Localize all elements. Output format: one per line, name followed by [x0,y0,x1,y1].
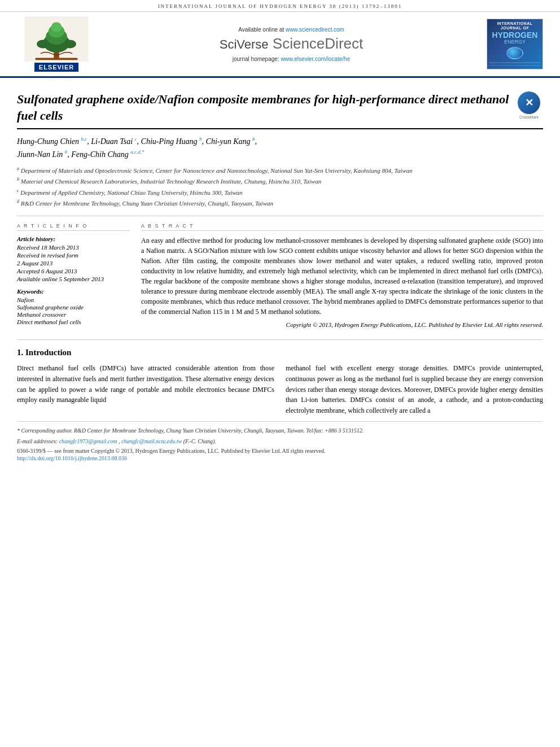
affiliations-section: a Department of Materials and Optoelectr… [17,165,543,216]
available-url[interactable]: www.sciencedirect.com [286,27,344,33]
crossmark-section: ✕ CrossMark [515,91,543,119]
article-history-label: Article history: [17,235,130,242]
cover-hydrogen: HYDROGEN [492,31,538,39]
svg-point-5 [51,22,62,32]
intro-title: Introduction [25,348,71,357]
authors-section: Hung-Chung Chien b,c, Li-Duan Tsai c, Ch… [17,129,543,165]
article-title: Sulfonated graphene oxide/Nafion composi… [17,91,509,124]
abstract-text: An easy and effective method for produci… [141,235,543,330]
corresponding-affiliation: R&D Center for Membrane Technology, Chun… [74,427,364,434]
article-content: Sulfonated graphene oxide/Nafion composi… [0,78,560,461]
intro-right-col: methanol fuel with excellent energy stor… [286,363,543,416]
crossmark-symbol: ✕ [525,97,533,109]
sciencedirect-section: Available online at www.sciencedirect.co… [102,27,481,62]
available-date: Available online 5 September 2013 [17,276,130,282]
article-info-col: A R T I C L E I N F O Article history: R… [17,223,130,333]
received-revised-label: Received in revised form [17,252,130,259]
elsevier-logo: ELSEVIER [11,16,102,72]
elsevier-tree-icon [23,16,90,62]
author-5: Jiunn-Nan Lin b [17,150,67,159]
abstract-copyright: Copyright © 2013, Hydrogen Energy Public… [141,320,543,330]
elsevier-text: ELSEVIER [34,63,78,72]
author-3: Chiu-Ping Huang b [141,137,202,146]
crossmark-icon[interactable]: ✕ [518,91,540,114]
email-label: E-mail addresses: [17,438,58,444]
affiliation-d: d R&D Center for Membrane Technology, Ch… [17,198,543,208]
issn-note: 0360-3199/$ — see front matter Copyright… [17,448,543,454]
cover-decoration-icon [489,61,540,67]
journal-header: International Journal of Hydrogen Energy… [0,0,560,12]
introduction-section: 1. Introduction Direct methanol fuel cel… [17,340,543,416]
author-4: Chi-yun Kang b [206,137,255,146]
corresponding-author-note: * Corresponding author. R&D Center for M… [17,426,543,435]
cover-circle-icon [506,47,523,59]
article-info-abstract-section: A R T I C L E I N F O Article history: R… [17,216,543,340]
available-online-text: Available online at www.sciencedirect.co… [102,27,481,33]
journal-homepage: journal homepage: www.elsevier.com/locat… [102,56,481,62]
keyword-3: Methanol crossover [17,311,130,318]
keyword-4: Direct methanol fuel cells [17,318,130,325]
sciverse-name: ScienceDirect [273,35,363,52]
article-title-section: Sulfonated graphene oxide/Nafion composi… [17,84,543,129]
introduction-header: 1. Introduction [17,348,543,357]
keyword-1: Nafion [17,296,130,303]
intro-number: 1. [17,348,23,357]
elsevier-logo-section: ELSEVIER [11,16,102,72]
accepted-date: Accepted 6 August 2013 [17,268,130,274]
affiliation-b: b Material and Chemical Research Laborat… [17,176,543,186]
sciverse-title: SciVerse ScienceDirect [102,35,481,53]
doi-anchor[interactable]: http://dx.doi.org/10.1016/j.ijhydene.201… [17,455,127,461]
cover-energy: ENERGY [504,39,526,45]
svg-point-7 [63,40,76,48]
doi-link[interactable]: http://dx.doi.org/10.1016/j.ijhydene.201… [17,455,543,461]
journal-cover: International Journal of HYDROGEN ENERGY [487,19,543,69]
author-2: Li-Duan Tsai c [91,137,137,146]
homepage-url[interactable]: www.elsevier.com/locate/he [281,56,350,62]
abstract-col: A B S T R A C T An easy and effective me… [141,223,543,333]
publisher-banner: ELSEVIER Available online at www.science… [0,12,560,78]
author-6: Feng-Chih Chang a,c,d,* [71,150,144,159]
keywords-label: Keywords: [17,288,130,295]
cover-title-line1: International Journal of [489,21,540,31]
email-1[interactable]: changfc1973@gmail.com [59,438,117,444]
footer-section: * Corresponding author. R&D Center for M… [17,421,543,461]
author-1: Hung-Chung Chien b,c [17,137,87,146]
svg-point-6 [37,40,50,48]
svg-rect-8 [35,58,77,60]
sciverse-prefix: SciVerse [220,37,269,51]
received-date: Received 18 March 2013 [17,244,130,251]
email-author: (F.-C. Chang). [183,438,216,444]
intro-left-col: Direct methanol fuel cells (DMFCs) have … [17,363,274,416]
corresponding-label: * Corresponding author. [17,427,72,434]
affiliation-c: c Department of Applied Chemistry, Natio… [17,187,543,197]
crossmark-label: CrossMark [519,115,539,119]
affiliation-a: a Department of Materials and Optoelectr… [17,165,543,175]
journal-title: International Journal of Hydrogen Energy… [158,3,403,9]
abstract-label: A B S T R A C T [141,223,543,231]
email-note: E-mail addresses: changfc1973@gmail.com … [17,437,543,445]
revised-date: 2 August 2013 [17,260,130,267]
journal-cover-section: International Journal of HYDROGEN ENERGY [481,19,549,69]
article-info-label: A R T I C L E I N F O [17,223,130,231]
email-2[interactable]: changfc@mail.nctu.edu.tw [121,438,182,444]
keyword-2: Sulfonated graphene oxide [17,304,130,311]
introduction-body: Direct methanol fuel cells (DMFCs) have … [17,363,543,416]
